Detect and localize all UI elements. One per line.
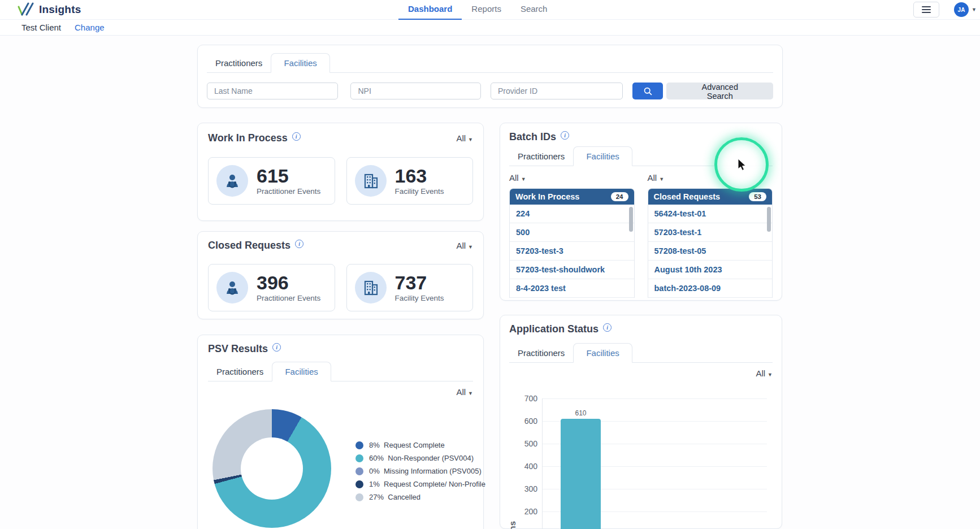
search-tabs: Practitioners Facilities xyxy=(207,53,773,73)
psv-filter-dropdown[interactable]: All▼ xyxy=(456,387,473,397)
bar xyxy=(561,419,601,529)
client-name: Test Client xyxy=(21,23,61,32)
legend-dot xyxy=(355,441,363,449)
batch-id-link[interactable]: 57208-test-05 xyxy=(648,242,773,261)
caret-down-icon: ▼ xyxy=(521,176,526,182)
search-icon xyxy=(643,86,653,96)
y-tick: 700 xyxy=(513,394,537,403)
caret-down-icon: ▼ xyxy=(468,391,473,396)
batch-closed-column: All▼ Closed Requests 53 56424-test-01 57… xyxy=(648,173,773,298)
logo-icon xyxy=(17,2,34,17)
search-fields-row: Advanced Search xyxy=(207,83,773,99)
tab-practitioners[interactable]: Practitioners xyxy=(509,147,573,166)
y-tick: 500 xyxy=(513,439,537,448)
closed-filter-dropdown[interactable]: All▼ xyxy=(456,241,473,250)
legend-dot xyxy=(355,493,363,501)
tab-facilities[interactable]: Facilities xyxy=(271,53,329,73)
last-name-input[interactable] xyxy=(207,83,338,99)
tab-practitioners[interactable]: Practitioners xyxy=(208,362,272,381)
y-tick: 400 xyxy=(513,462,537,471)
psv-tabs: Practitioners Facilities xyxy=(208,362,473,381)
hamburger-icon xyxy=(922,5,931,15)
top-bar: Insights Dashboard Reports Search JA ▼ xyxy=(0,0,980,20)
psv-legend: 8% Request Complete 60% Non-Responder (P… xyxy=(355,439,485,504)
scrollbar-thumb[interactable] xyxy=(767,207,771,232)
batch-id-link[interactable]: 57203-test-1 xyxy=(648,223,773,242)
closed-practitioner-count: 396 xyxy=(257,273,320,292)
tab-facilities[interactable]: Facilities xyxy=(573,343,632,363)
batch-closed-list-header: Closed Requests 53 xyxy=(648,189,773,205)
closed-facility-count: 737 xyxy=(395,273,444,292)
legend-dot xyxy=(355,467,363,475)
work-in-process-panel: Work In Process i All▼ 615 Practitioner … xyxy=(197,123,484,221)
tab-facilities[interactable]: Facilities xyxy=(573,146,632,166)
caret-down-icon: ▼ xyxy=(659,176,664,182)
tab-facilities[interactable]: Facilities xyxy=(272,362,331,381)
count-badge: 24 xyxy=(611,192,628,201)
search-panel: Practitioners Facilities Advanced Search xyxy=(197,45,783,108)
change-client-link[interactable]: Change xyxy=(75,23,105,32)
info-icon[interactable]: i xyxy=(561,131,569,140)
app-status-tabs: Practitioners Facilities xyxy=(509,343,773,363)
top-nav: Dashboard Reports Search xyxy=(398,0,557,20)
batch-id-link[interactable]: 224 xyxy=(510,205,634,223)
batch-id-link[interactable]: 56424-test-01 xyxy=(648,205,773,223)
application-status-panel: Application Status i Practitioners Facil… xyxy=(500,315,782,529)
info-icon[interactable]: i xyxy=(272,343,281,352)
info-icon[interactable]: i xyxy=(295,240,303,248)
batch-id-link[interactable]: 500 xyxy=(510,223,634,242)
app-title: Insights xyxy=(39,3,81,16)
practitioner-icon xyxy=(216,165,248,197)
batch-id-link[interactable]: 8-4-2023 test xyxy=(510,279,634,298)
wip-filter-dropdown[interactable]: All▼ xyxy=(456,133,473,143)
wip-facility-count: 163 xyxy=(395,166,444,185)
psv-title: PSV Results xyxy=(208,343,268,355)
advanced-search-button[interactable]: Advanced Search xyxy=(666,83,773,99)
nav-dashboard[interactable]: Dashboard xyxy=(398,0,462,20)
batch-id-link[interactable]: batch-2023-08-09 xyxy=(648,279,773,298)
batch-id-link[interactable]: 57203-test-shouldwork xyxy=(510,261,634,279)
batch-id-link[interactable]: 57203-test-3 xyxy=(510,242,634,261)
tab-practitioners[interactable]: Practitioners xyxy=(509,344,573,362)
caret-down-icon: ▼ xyxy=(468,244,473,250)
npi-input[interactable] xyxy=(350,83,481,99)
avatar[interactable]: JA xyxy=(954,2,969,17)
mouse-cursor xyxy=(736,159,748,171)
facility-icon xyxy=(355,165,387,197)
psv-donut-chart xyxy=(213,409,331,528)
legend-dot xyxy=(355,454,363,462)
client-bar: Test Client Change xyxy=(0,20,980,36)
caret-down-icon: ▼ xyxy=(767,372,773,378)
practitioner-events-card: 615 Practitioner Events xyxy=(208,157,335,205)
info-icon[interactable]: i xyxy=(603,323,612,332)
app-status-title: Application Status xyxy=(509,323,599,335)
facility-icon xyxy=(355,272,387,303)
wip-practitioner-count: 615 xyxy=(257,166,320,185)
provider-id-input[interactable] xyxy=(491,83,623,99)
closed-requests-panel: Closed Requests i All▼ 396 Practitioner … xyxy=(197,231,484,319)
psv-results-panel: PSV Results i Practitioners Facilities A… xyxy=(197,335,484,529)
wip-title: Work In Process xyxy=(208,132,288,144)
closed-title: Closed Requests xyxy=(208,240,290,252)
batch-wip-list-header: Work In Process 24 xyxy=(510,189,634,205)
info-icon[interactable]: i xyxy=(292,132,301,141)
app-status-bar-chart: Number Of Applications 700 600 500 400 3… xyxy=(500,398,783,529)
batch-id-link[interactable]: August 10th 2023 xyxy=(648,261,773,279)
bar-value-label: 610 xyxy=(561,409,601,417)
brand: Insights xyxy=(17,2,81,17)
nav-reports[interactable]: Reports xyxy=(462,0,511,20)
y-tick: 200 xyxy=(513,507,537,516)
practitioner-events-card: 396 Practitioner Events xyxy=(208,264,335,311)
batch-wip-filter-dropdown[interactable]: All▼ xyxy=(509,173,526,183)
practitioner-icon xyxy=(216,272,248,303)
search-button[interactable] xyxy=(632,83,663,99)
batch-closed-filter-dropdown[interactable]: All▼ xyxy=(648,173,665,183)
avatar-caret-icon[interactable]: ▼ xyxy=(972,7,977,12)
legend-dot xyxy=(355,480,363,488)
batch-wip-column: All▼ Work In Process 24 224 500 57203-te… xyxy=(509,173,635,298)
scrollbar-thumb[interactable] xyxy=(629,207,633,232)
nav-search[interactable]: Search xyxy=(511,0,557,20)
app-status-filter-dropdown[interactable]: All▼ xyxy=(756,368,773,378)
menu-button[interactable] xyxy=(913,2,939,18)
tab-practitioners[interactable]: Practitioners xyxy=(207,54,271,72)
